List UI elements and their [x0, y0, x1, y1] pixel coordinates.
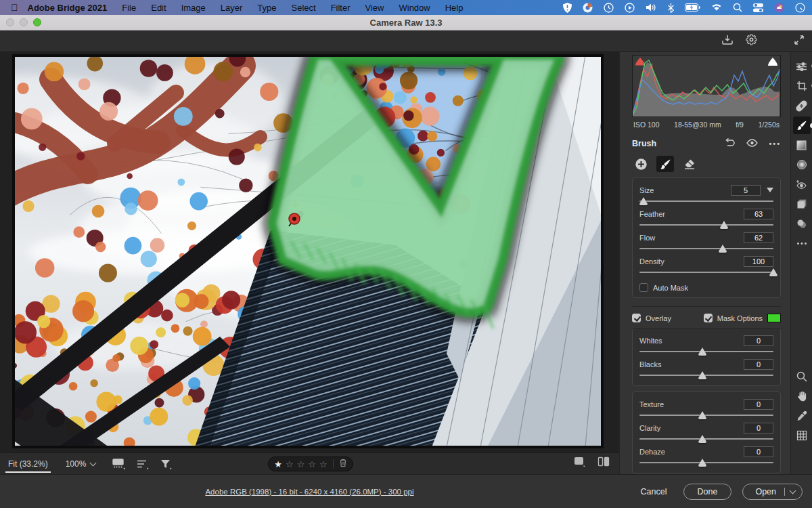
size-dropdown-icon[interactable]	[767, 188, 773, 192]
presets-icon[interactable]	[793, 215, 811, 232]
spotlight-icon[interactable]	[733, 3, 742, 12]
star-3[interactable]: ☆	[297, 460, 305, 469]
mask-color-swatch[interactable]	[767, 314, 781, 322]
feather-value-field[interactable]: 63	[744, 209, 773, 219]
size-value-field[interactable]: 5	[731, 185, 761, 196]
clarity-slider-thumb[interactable]	[698, 435, 706, 442]
more-options-icon[interactable]: •••	[769, 140, 781, 148]
whites-value-field[interactable]: 0	[744, 335, 773, 346]
star-4[interactable]: ☆	[308, 460, 316, 469]
dehaze-slider-thumb[interactable]	[698, 459, 706, 465]
weather-icon[interactable]	[774, 3, 784, 13]
brush-tool-icon[interactable]	[793, 117, 811, 134]
apple-menu-icon[interactable]: 	[11, 2, 18, 13]
app-menu-name[interactable]: Adobe Bridge 2021	[28, 3, 108, 13]
minimize-window-button[interactable]	[20, 18, 28, 26]
flow-value-field[interactable]: 62	[744, 232, 773, 243]
mask-options-checkbox[interactable]: Mask Options	[704, 314, 763, 322]
zoom-tool-icon[interactable]	[793, 368, 811, 385]
menu-item-type[interactable]: Type	[257, 3, 276, 13]
star-5[interactable]: ☆	[319, 460, 328, 469]
cancel-button[interactable]: Cancel	[635, 484, 673, 499]
trash-icon[interactable]	[339, 459, 347, 469]
battery-icon[interactable]	[685, 3, 700, 12]
photo-preview[interactable]	[14, 56, 602, 447]
edit-sliders-icon[interactable]	[793, 58, 811, 75]
heal-icon[interactable]	[793, 97, 811, 114]
open-button[interactable]: Open	[743, 484, 784, 499]
density-value-field[interactable]: 100	[744, 256, 773, 267]
zoom-window-button[interactable]	[33, 18, 41, 26]
close-window-button[interactable]	[6, 18, 14, 26]
menu-item-layer[interactable]: Layer	[221, 3, 243, 13]
menu-item-filter[interactable]: Filter	[331, 3, 351, 13]
density-slider-thumb[interactable]	[769, 268, 777, 275]
bluetooth-icon[interactable]	[668, 3, 674, 13]
auto-mask-checkbox-box[interactable]	[639, 283, 648, 292]
brush-icon[interactable]	[656, 156, 674, 172]
overlay-checkbox-box[interactable]	[632, 314, 641, 322]
flow-slider-thumb[interactable]	[719, 245, 727, 251]
texture-value-field[interactable]: 0	[744, 399, 773, 410]
auto-mask-checkbox[interactable]: Auto Mask	[639, 283, 773, 292]
preferences-gear-icon[interactable]	[746, 34, 757, 48]
zoom-fit-button[interactable]: Fit (33.2%)	[5, 453, 51, 474]
reset-icon[interactable]	[724, 138, 736, 149]
menu-item-image[interactable]: Image	[181, 3, 206, 13]
zoom-level-select[interactable]: 100%	[66, 459, 96, 469]
star-1[interactable]: ★	[274, 460, 282, 469]
crop-icon[interactable]	[793, 77, 811, 95]
menu-item-view[interactable]: View	[365, 3, 384, 13]
feather-slider-thumb[interactable]	[720, 221, 728, 228]
snapshots-icon[interactable]	[793, 195, 811, 213]
before-after-icon[interactable]	[597, 457, 610, 469]
sampler-icon[interactable]	[793, 407, 811, 425]
eye-icon[interactable]	[746, 139, 758, 148]
menu-item-edit[interactable]: Edit	[151, 3, 166, 13]
filter-funnel-icon[interactable]	[160, 459, 172, 469]
filmstrip-icon[interactable]	[112, 458, 125, 469]
mask-options-checkbox-box[interactable]	[704, 314, 713, 322]
clarity-value-field[interactable]: 0	[744, 423, 773, 433]
menu-item-help[interactable]: Help	[445, 3, 464, 13]
open-options-arrow[interactable]	[784, 488, 802, 496]
overlay-checkbox[interactable]: Overlay	[632, 314, 704, 322]
hand-tool-icon[interactable]	[793, 387, 811, 405]
sort-icon[interactable]	[136, 459, 149, 469]
menu-item-select[interactable]: Select	[291, 3, 315, 13]
volume-icon[interactable]	[646, 3, 657, 12]
flow-slider-track[interactable]	[639, 248, 773, 249]
erase-icon[interactable]	[681, 156, 698, 172]
clock-icon[interactable]	[795, 3, 805, 13]
histogram[interactable]	[632, 55, 781, 117]
red-eye-icon[interactable]	[793, 175, 811, 193]
preview-toggle-icon[interactable]	[574, 457, 585, 469]
more-tools-icon[interactable]	[793, 234, 811, 252]
dehaze-value-field[interactable]: 0	[744, 446, 773, 457]
density-slider-track[interactable]	[639, 272, 773, 273]
star-2[interactable]: ☆	[286, 460, 294, 469]
blacks-value-field[interactable]: 0	[744, 359, 773, 370]
browser-icon[interactable]	[583, 3, 593, 13]
size-slider-track[interactable]	[639, 200, 773, 202]
play-circle-icon[interactable]	[625, 3, 635, 13]
wifi-icon[interactable]	[711, 3, 722, 12]
save-image-icon[interactable]	[721, 34, 734, 49]
menu-item-window[interactable]: Window	[399, 3, 430, 13]
texture-slider-thumb[interactable]	[698, 411, 706, 418]
control-center-icon[interactable]	[753, 3, 763, 12]
radial-filter-icon[interactable]	[793, 156, 811, 173]
graduated-filter-icon[interactable]	[793, 136, 811, 154]
done-button[interactable]: Done	[683, 484, 732, 500]
time-machine-icon[interactable]	[604, 3, 614, 13]
workflow-options-link[interactable]: Adobe RGB (1998) - 16 bit - 6240 x 4160 …	[0, 488, 619, 496]
grid-overlay-icon[interactable]	[793, 427, 811, 444]
toggle-fullscreen-icon[interactable]	[794, 35, 805, 48]
feather-slider-track[interactable]	[639, 224, 773, 226]
menu-item-file[interactable]: File	[122, 3, 136, 13]
blacks-slider-thumb[interactable]	[698, 371, 706, 378]
whites-slider-thumb[interactable]	[698, 347, 706, 354]
shield-icon[interactable]	[563, 3, 572, 13]
add-mask-icon[interactable]	[632, 156, 650, 172]
size-slider-thumb[interactable]	[639, 197, 648, 204]
